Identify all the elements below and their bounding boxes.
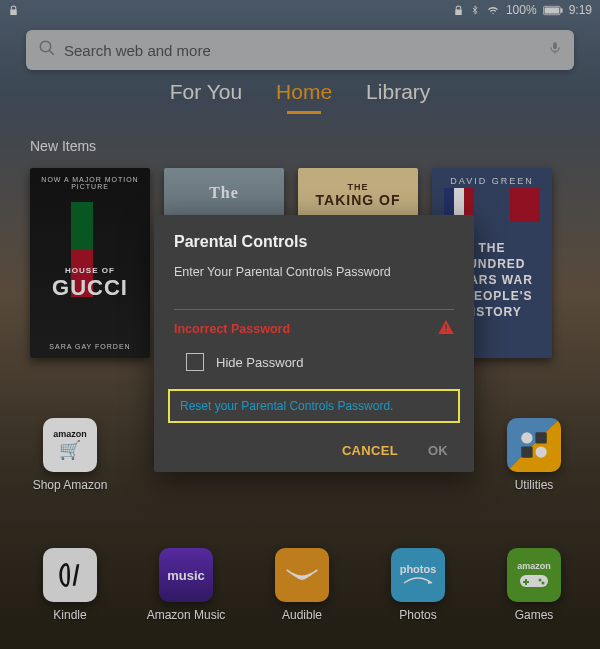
ok-button[interactable]: OK (428, 443, 448, 458)
svg-rect-15 (445, 324, 446, 328)
cancel-button[interactable]: CANCEL (342, 443, 398, 458)
dialog-subtitle: Enter Your Parental Controls Password (174, 265, 454, 279)
dialog-title: Parental Controls (174, 233, 454, 251)
hide-password-label: Hide Password (216, 355, 303, 370)
svg-rect-16 (445, 330, 446, 331)
password-input[interactable] (174, 309, 454, 310)
warning-icon (438, 320, 454, 337)
reset-link-highlight: Reset your Parental Controls Password. (168, 389, 460, 423)
parental-controls-dialog: Parental Controls Enter Your Parental Co… (154, 215, 474, 472)
error-message: Incorrect Password (174, 322, 438, 336)
hide-password-checkbox[interactable] (186, 353, 204, 371)
reset-password-link[interactable]: Reset your Parental Controls Password. (174, 399, 454, 413)
